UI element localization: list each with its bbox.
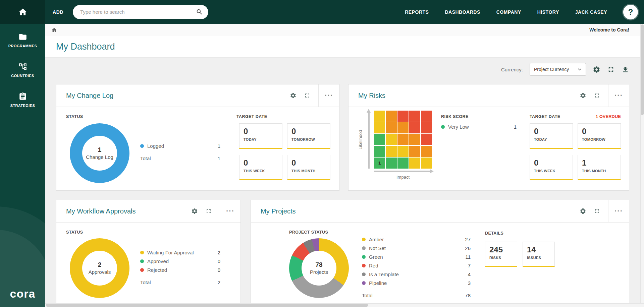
risk-matrix-cell[interactable] [386,146,397,157]
legend-dot [362,238,366,241]
stat-box-tomorrow[interactable]: 0 TOMORROW [578,123,621,149]
risk-matrix-cell[interactable] [374,122,385,133]
risk-matrix-cell[interactable] [374,146,385,157]
widget-title: My Risks [358,92,385,100]
risk-matrix-cell[interactable] [409,146,420,157]
donut-center-label: Projects [304,269,334,275]
risk-matrix-cell[interactable] [386,111,397,122]
projects-donut-chart[interactable]: 78 Projects [289,238,349,298]
stat-box-this-month[interactable]: 0 THIS MONTH [287,155,330,180]
breadcrumb-home-icon[interactable] [51,27,57,33]
more-options-button[interactable]: ··· [608,84,629,107]
legend-item[interactable]: Is a Template 4 [362,270,471,279]
stat-box-today[interactable]: 0 TODAY [530,123,573,149]
more-options-button[interactable]: ··· [318,84,339,107]
sidebar-item-strategies[interactable]: STRATEGIES [0,88,45,118]
risk-matrix-cell[interactable] [397,134,409,145]
sitemap-icon [18,62,27,71]
settings-icon[interactable] [580,208,586,214]
fullscreen-icon[interactable] [594,92,600,99]
help-button[interactable]: ? [623,5,638,19]
fullscreen-icon[interactable] [594,208,600,214]
horizontal-scrollbar-thumb[interactable] [46,304,368,307]
settings-icon[interactable] [290,92,297,99]
stat-box-risks[interactable]: 245 RISKS [485,242,517,267]
vertical-scrollbar[interactable] [640,24,644,307]
risk-matrix-cell[interactable] [409,111,420,122]
legend-item[interactable]: Very Low 1 [441,122,517,131]
legend-item[interactable]: Red 7 [362,261,471,270]
risk-matrix-cell[interactable] [386,122,397,133]
risk-matrix-cell[interactable] [386,158,397,169]
risk-matrix-cell[interactable] [421,146,432,157]
legend-item[interactable]: Amber 27 [362,235,471,244]
search-icon[interactable] [196,8,203,15]
risk-matrix-cell[interactable] [409,158,420,169]
more-options-button[interactable]: ··· [608,200,629,222]
legend-value: 4 [468,271,471,277]
stat-box-today[interactable]: 0 TODAY [239,123,282,149]
risk-matrix-cell[interactable] [421,134,432,145]
stat-box-this-month[interactable]: 1 THIS MONTH [578,155,621,180]
legend-dot [362,255,366,259]
stat-box-this-week[interactable]: 0 THIS WEEK [530,155,573,180]
vertical-scrollbar-thumb[interactable] [641,24,644,115]
risk-matrix-cell[interactable] [421,122,432,133]
risk-matrix-cell[interactable] [409,134,420,145]
currency-select[interactable]: Project Currency [530,63,586,76]
fullscreen-icon[interactable] [304,92,311,99]
legend-item[interactable]: Logged 1 [140,141,220,150]
legend-item[interactable]: Waiting For Approval 2 [140,248,220,257]
search-input[interactable] [80,9,196,15]
download-icon[interactable] [622,66,629,73]
top-nav-menu: REPORTS DASHBOARDS COMPANY HISTORY JACK … [405,5,644,19]
legend-value: 3 [468,280,471,286]
widget-title: My Change Log [66,92,113,100]
settings-icon[interactable] [191,208,198,214]
widget-workflow-approvals: My Workflow Approvals ··· STATUS 2 Appro… [56,200,241,307]
add-menu[interactable]: ADD [53,9,63,15]
sidebar-item-countries[interactable]: COUNTRIES [0,58,45,88]
user-menu[interactable]: JACK CASEY [575,9,607,15]
settings-icon[interactable] [593,66,600,73]
legend-item[interactable]: Rejected 0 [140,265,220,274]
risk-matrix-cell[interactable] [397,158,409,169]
risk-matrix-cell[interactable] [397,111,409,122]
risk-matrix-cell[interactable] [397,122,409,133]
stat-box-tomorrow[interactable]: 0 TOMORROW [287,123,330,149]
fullscreen-icon[interactable] [607,66,615,73]
legend-item[interactable]: Approved 0 [140,257,220,265]
home-button[interactable] [0,0,45,24]
risk-matrix-cell[interactable] [386,134,397,145]
legend-item[interactable]: Pipeline 3 [362,279,471,287]
fullscreen-icon[interactable] [205,208,212,214]
nav-item-dashboards[interactable]: DASHBOARDS [445,9,480,15]
risk-matrix-cell[interactable] [421,158,432,169]
approvals-donut-chart[interactable]: 2 Approvals [70,238,129,298]
nav-item-history[interactable]: HISTORY [537,9,559,15]
settings-icon[interactable] [580,92,586,99]
legend-item[interactable]: Green 11 [362,252,471,261]
risk-matrix-cell[interactable] [374,134,385,145]
legend-item[interactable]: Not Set 26 [362,244,471,252]
widget-header-icons [290,92,318,99]
nav-item-company[interactable]: COMPANY [496,9,521,15]
page-title: My Dashboard [56,42,115,52]
legend: Logged 1 Total 1 [140,141,220,163]
risk-matrix-cell[interactable]: 1 [374,158,385,169]
horizontal-scrollbar[interactable] [45,303,644,307]
nav-item-reports[interactable]: REPORTS [405,9,429,15]
risk-matrix-cell[interactable] [374,111,385,122]
sidebar-item-programmes[interactable]: PROGRAMMES [0,28,45,58]
global-search[interactable] [73,5,208,19]
risk-matrix-cell[interactable] [409,122,420,133]
divider [140,152,220,152]
more-options-button[interactable]: ··· [220,200,240,222]
widget-title: My Projects [261,207,296,215]
risk-matrix-cell[interactable] [421,111,432,122]
section-label-risk-score: RISK SCORE [441,114,469,119]
change-log-donut-chart[interactable]: 1 Change Log [70,123,129,183]
stat-box-issues[interactable]: 14 ISSUES [523,242,555,267]
risk-matrix-cell[interactable] [397,146,409,157]
stat-box-this-week[interactable]: 0 THIS WEEK [239,155,282,180]
